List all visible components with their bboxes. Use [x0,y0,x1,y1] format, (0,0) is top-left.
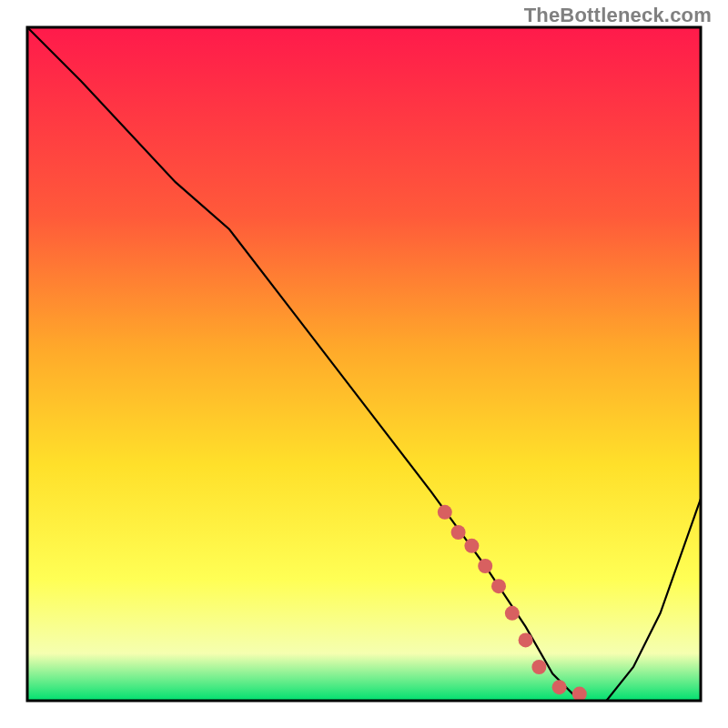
highlight-dot [552,680,567,694]
chart-container: TheBottleneck.com [0,0,728,728]
highlight-dot [464,539,479,553]
highlight-dot [491,579,506,593]
highlight-dot [505,606,520,621]
highlight-dot [438,505,452,520]
highlight-dot [572,687,587,702]
plot-background [27,27,701,701]
highlight-dot [478,559,492,573]
highlight-dot [519,632,533,647]
attribution-label: TheBottleneck.com [524,4,712,27]
chart-svg [0,0,728,728]
highlight-dot [451,525,466,540]
highlight-dot [531,660,546,674]
